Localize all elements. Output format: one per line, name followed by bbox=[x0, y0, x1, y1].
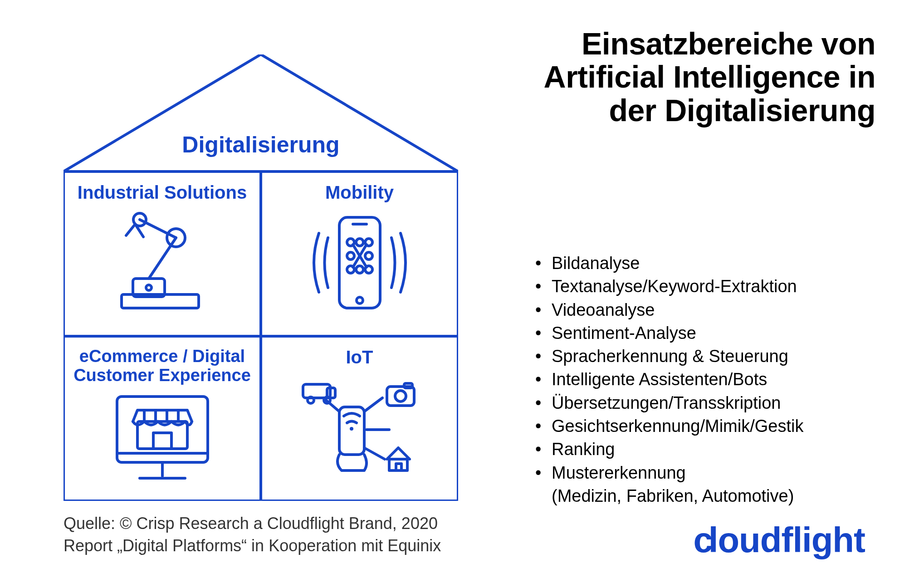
svg-line-8 bbox=[149, 238, 176, 279]
cell-iot: IoT bbox=[261, 336, 458, 501]
svg-point-24 bbox=[356, 266, 363, 273]
page-title: Einsatzbereiche von Artificial Intellige… bbox=[476, 27, 875, 127]
svg-point-14 bbox=[146, 285, 152, 290]
bullet-item: Übersetzungen/Transskription bbox=[535, 392, 880, 415]
bullet-item: Textanalyse/Keyword-Extraktion bbox=[535, 275, 880, 298]
bullet-item: Videoanalyse bbox=[535, 299, 880, 322]
svg-point-19 bbox=[356, 239, 363, 246]
cell-mobility: Mobility bbox=[261, 172, 458, 336]
phone-signal-icon bbox=[301, 211, 419, 315]
cell-ecommerce: eCommerce / Digital Customer Experience bbox=[64, 336, 261, 501]
iot-devices-icon bbox=[296, 375, 423, 475]
cell-title: Industrial Solutions bbox=[78, 182, 247, 206]
title-line: Artificial Intelligence in bbox=[544, 59, 875, 94]
svg-rect-52 bbox=[396, 464, 401, 470]
shop-monitor-icon bbox=[108, 390, 217, 485]
bullet-list: Bildanalyse Textanalyse/Keyword-Extrakti… bbox=[535, 252, 880, 508]
source-text: Quelle: © Crisp Research a Cloudflight B… bbox=[64, 513, 472, 557]
source-line: Quelle: © Crisp Research a Cloudflight B… bbox=[64, 513, 472, 535]
source-line: Report „Digital Platforms“ in Kooperatio… bbox=[64, 535, 472, 557]
cell-industrial-solutions: Industrial Solutions bbox=[64, 172, 261, 336]
svg-point-46 bbox=[308, 397, 314, 403]
bullet-item: Gesichtserkennung/Mimik/Gestik bbox=[535, 415, 880, 438]
diagram-page: Digitalisierung Industrial Solutions bbox=[0, 0, 924, 588]
svg-point-17 bbox=[357, 297, 363, 304]
svg-point-39 bbox=[350, 427, 353, 431]
svg-point-49 bbox=[395, 391, 406, 402]
title-line: der Digitalisierung bbox=[609, 93, 876, 127]
bullet-item: Sentiment-Analyse bbox=[535, 322, 880, 345]
house-grid: Industrial Solutions bbox=[64, 172, 458, 501]
brand-logo: cloudflight bbox=[693, 519, 865, 561]
svg-rect-15 bbox=[339, 217, 380, 308]
svg-point-21 bbox=[347, 252, 354, 260]
bullet-subline: (Medizin, Fabriken, Automotive) bbox=[535, 485, 880, 508]
robot-arm-icon bbox=[108, 211, 217, 310]
brand-text: loudflight bbox=[709, 520, 865, 560]
svg-line-40 bbox=[364, 398, 382, 412]
bullet-item: Spracherkennung & Steuerung bbox=[535, 345, 880, 368]
bullet-item: Bildanalyse bbox=[535, 252, 880, 275]
svg-line-12 bbox=[126, 224, 135, 235]
svg-rect-33 bbox=[153, 433, 171, 449]
title-line: Einsatzbereiche von bbox=[582, 26, 875, 61]
svg-line-42 bbox=[364, 448, 385, 459]
house-diagram: Digitalisierung Industrial Solutions bbox=[64, 54, 458, 501]
roof-title: Digitalisierung bbox=[64, 132, 458, 158]
svg-point-22 bbox=[365, 252, 372, 260]
bullet-item: Mustererkennung bbox=[535, 461, 880, 485]
cell-title: eCommerce / Digital Customer Experience bbox=[73, 347, 251, 385]
cell-title: Mobility bbox=[325, 182, 394, 206]
bullet-item: Ranking bbox=[535, 438, 880, 461]
bullet-item: Intelligente Assistenten/Bots bbox=[535, 368, 880, 391]
cell-title: IoT bbox=[346, 347, 373, 371]
